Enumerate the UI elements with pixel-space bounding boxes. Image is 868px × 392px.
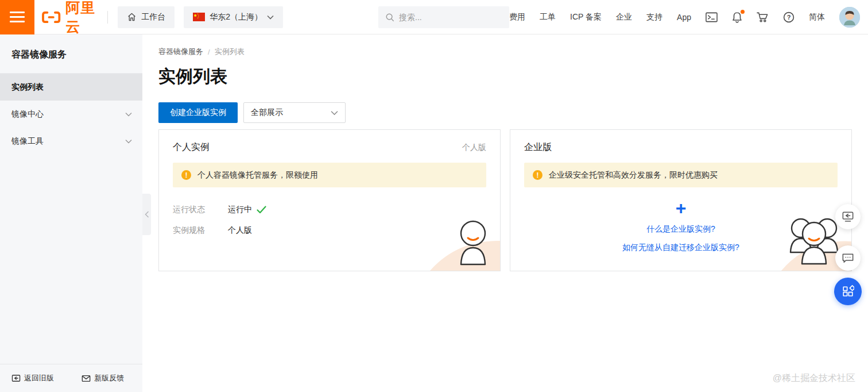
sidebar-item-image-center[interactable]: 镜像中心 — [0, 101, 142, 128]
sidebar-title: 容器镜像服务 — [0, 34, 142, 74]
global-search[interactable] — [378, 6, 509, 28]
apps-widget-button[interactable] — [834, 278, 862, 305]
personal-notice-text: 个人容器镜像托管服务，限额使用 — [197, 170, 318, 180]
search-icon — [385, 13, 394, 22]
back-to-old-version-label: 返回旧版 — [24, 373, 54, 383]
cart-icon[interactable] — [757, 11, 769, 23]
topbar-divider — [107, 11, 108, 24]
sidebar: 容器镜像服务 实例列表 镜像中心 镜像工具 返回旧版 新版反馈 — [0, 34, 142, 392]
search-input[interactable] — [399, 13, 502, 22]
back-to-old-version-link[interactable]: 返回旧版 — [11, 373, 54, 383]
sidebar-item-instance-list[interactable]: 实例列表 — [0, 74, 142, 101]
enterprise-notice-text: 企业级安全托管和高效分发服务，限时优惠购买 — [549, 170, 718, 180]
region-selector[interactable]: 华东2（上海） — [184, 6, 283, 28]
enterprise-card-title: 企业版 — [524, 141, 552, 153]
check-icon — [257, 206, 266, 214]
personal-card-badge: 个人版 — [462, 143, 486, 153]
enterprise-card-body: + 什么是企业版实例? 如何无缝从自建迁移企业版实例? — [524, 200, 838, 253]
nav-support[interactable]: 支持 — [646, 12, 662, 22]
apps-grid-icon — [842, 285, 854, 298]
return-icon — [11, 374, 21, 382]
nav-tickets[interactable]: 工单 — [540, 12, 556, 22]
envelope-icon — [82, 375, 91, 382]
warning-icon: ! — [181, 170, 191, 180]
notifications-bell-icon[interactable] — [732, 11, 742, 23]
feedback-label: 新版反馈 — [94, 373, 124, 383]
display-filter-select[interactable]: 全部展示 — [243, 102, 346, 123]
personal-card-title: 个人实例 — [173, 141, 210, 153]
enterprise-notice-banner: ! 企业级安全托管和高效分发服务，限时优惠购买 — [524, 163, 838, 187]
comment-icon — [842, 252, 854, 264]
breadcrumb-current: 实例列表 — [215, 47, 245, 57]
region-label: 华东2（上海） — [210, 12, 262, 22]
aliyun-logo[interactable]: 阿里云 — [41, 0, 99, 36]
display-filter-value: 全部展示 — [251, 107, 283, 118]
personal-card-header: 个人实例 个人版 — [173, 141, 486, 153]
detail-row-spec: 实例规格 个人版 — [173, 225, 486, 236]
chevron-down-icon — [331, 110, 338, 116]
back-to-old-version-float-button[interactable] — [835, 204, 861, 229]
workbench-button[interactable]: 工作台 — [118, 6, 175, 28]
workbench-label: 工作台 — [141, 12, 165, 22]
detail-row-status: 运行状态 运行中 — [173, 205, 486, 215]
cloudshell-terminal-icon[interactable] — [706, 12, 718, 22]
svg-text:?: ? — [787, 14, 791, 21]
chevron-down-icon — [267, 15, 274, 20]
personal-instance-card: 个人实例 个人版 ! 个人容器镜像托管服务，限额使用 运行状态 运行中 实例规格… — [158, 129, 501, 271]
feedback-link[interactable]: 新版反馈 — [82, 373, 124, 383]
nav-enterprise[interactable]: 企业 — [616, 12, 632, 22]
sidebar-item-label: 镜像中心 — [11, 109, 44, 120]
chevron-left-icon — [145, 211, 149, 218]
user-avatar[interactable] — [839, 7, 860, 28]
nav-billing[interactable]: 费用 — [509, 12, 525, 22]
topbar-right-nav: 费用 工单 ICP 备案 企业 支持 App — [509, 7, 868, 28]
status-value: 运行中 — [228, 205, 252, 215]
nav-icp[interactable]: ICP 备案 — [570, 12, 602, 22]
enterprise-card: 企业版 ! 企业级安全托管和高效分发服务，限时优惠购买 + 什么是企业版实例? … — [510, 129, 852, 271]
help-icon[interactable]: ? — [783, 11, 795, 23]
china-flag-icon — [193, 13, 205, 21]
what-is-enterprise-link[interactable]: 什么是企业版实例? — [646, 224, 715, 235]
sidebar-item-image-tools[interactable]: 镜像工具 — [0, 128, 142, 155]
migrate-enterprise-link[interactable]: 如何无缝从自建迁移企业版实例? — [622, 243, 739, 253]
return-icon — [842, 211, 854, 222]
page-title: 实例列表 — [158, 65, 852, 89]
feedback-float-button[interactable] — [835, 245, 861, 271]
create-enterprise-plus-icon[interactable]: + — [676, 200, 687, 216]
enterprise-card-header: 企业版 — [524, 141, 838, 153]
home-icon — [127, 12, 137, 22]
hamburger-menu-icon[interactable] — [0, 0, 34, 34]
sidebar-item-label: 镜像工具 — [11, 136, 44, 147]
sidebar-item-label: 实例列表 — [11, 82, 44, 93]
watermark: @稀土掘金技术社区 — [773, 372, 855, 385]
warning-icon: ! — [533, 170, 542, 180]
toolbar: 创建企业版实例 全部展示 — [158, 102, 852, 123]
breadcrumb: 容器镜像服务 / 实例列表 — [158, 47, 852, 57]
chevron-down-icon — [125, 112, 132, 117]
aliyun-logo-icon — [41, 9, 61, 26]
person-illustration — [420, 210, 500, 271]
spec-value: 个人版 — [228, 225, 252, 236]
spec-label: 实例规格 — [173, 225, 228, 236]
personal-notice-banner: ! 个人容器镜像托管服务，限额使用 — [173, 163, 486, 187]
notification-dot — [741, 10, 745, 14]
breadcrumb-root[interactable]: 容器镜像服务 — [158, 47, 203, 57]
topbar: 阿里云 工作台 华东2（上海） 费用 工单 ICP 备案 企业 支持 App — [0, 0, 868, 34]
instance-cards: 个人实例 个人版 ! 个人容器镜像托管服务，限额使用 运行状态 运行中 实例规格… — [158, 129, 852, 271]
sidebar-footer: 返回旧版 新版反馈 — [0, 364, 142, 392]
nav-app[interactable]: App — [677, 13, 691, 22]
main-content: 容器镜像服务 / 实例列表 实例列表 创建企业版实例 全部展示 个人实例 个人版… — [142, 34, 868, 392]
aliyun-logo-text: 阿里云 — [65, 0, 99, 36]
sidebar-collapse-handle[interactable] — [142, 194, 151, 235]
chevron-down-icon — [125, 139, 132, 144]
breadcrumb-separator: / — [208, 48, 210, 56]
status-label: 运行状态 — [173, 205, 228, 215]
language-switch[interactable]: 简体 — [809, 12, 825, 22]
create-enterprise-instance-button[interactable]: 创建企业版实例 — [158, 102, 238, 123]
